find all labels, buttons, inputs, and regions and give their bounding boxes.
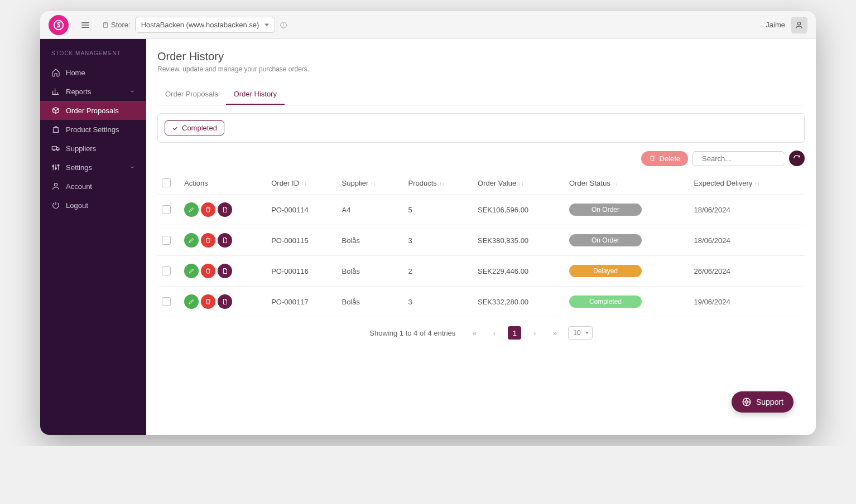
row-checkbox[interactable] [162, 266, 171, 275]
sort-icon: ↑↓ [439, 181, 445, 187]
cell-supplier: Bolås [338, 256, 404, 287]
page-last-button[interactable]: » [548, 326, 561, 340]
store-label: Store: [102, 21, 131, 29]
column-header[interactable]: Expected Delivery↑↓ [690, 172, 805, 195]
user-icon [51, 182, 60, 191]
box-icon [51, 106, 60, 115]
cell-order-id: PO-000115 [267, 225, 337, 256]
delete-row-button[interactable] [201, 233, 215, 248]
column-header[interactable]: Supplier↑↓ [338, 172, 404, 195]
cell-products: 2 [404, 256, 474, 287]
status-badge: Completed [569, 295, 642, 308]
column-header[interactable]: Order ID↑↓ [267, 172, 337, 195]
topbar: Store: HostaBacken (www.hostabacken.se) … [40, 11, 816, 39]
cell-supplier: A4 [338, 195, 404, 225]
sidebar-item-reports[interactable]: Reports [40, 82, 146, 101]
row-checkbox[interactable] [162, 205, 171, 214]
sidebar-item-logout[interactable]: Logout [40, 196, 146, 215]
sidebar-item-label: Order Proposals [66, 106, 119, 115]
sort-icon: ↑↓ [371, 181, 376, 187]
sidebar-item-settings[interactable]: Settings [40, 158, 146, 177]
menu-toggle-button[interactable] [80, 20, 91, 31]
select-all-checkbox[interactable] [162, 178, 171, 187]
user-name: Jaime [766, 21, 785, 29]
status-badge: Delayed [569, 265, 642, 277]
cell-order-id: PO-000116 [267, 256, 337, 287]
table-row: PO-000114A45SEK106,596.00On Order18/06/2… [157, 195, 805, 225]
sidebar-item-order-proposals[interactable]: Order Proposals [40, 101, 146, 120]
sidebar-item-label: Home [66, 69, 85, 77]
cell-value: SEK229,446.00 [473, 256, 565, 287]
row-checkbox[interactable] [162, 297, 171, 306]
sidebar-item-label: Product Settings [66, 125, 119, 134]
edit-button[interactable] [184, 264, 199, 278]
filter-bar: Completed [157, 113, 805, 143]
sliders-icon [51, 163, 60, 172]
delete-row-button[interactable] [201, 202, 215, 217]
svg-point-18 [57, 149, 58, 151]
svg-point-23 [55, 168, 57, 169]
delete-button[interactable]: Delete [641, 151, 688, 166]
search-box[interactable] [693, 151, 785, 166]
page-first-button[interactable]: « [468, 326, 481, 340]
cell-value: SEK332,280.00 [473, 287, 565, 317]
bag-icon [51, 125, 60, 134]
cell-delivery: 19/06/2024 [690, 287, 805, 317]
filter-chip-completed[interactable]: Completed [165, 120, 224, 135]
tab-order-proposals[interactable]: Order Proposals [157, 84, 226, 105]
orders-table: ActionsOrder ID↑↓Supplier↑↓Products↑↓Ord… [157, 172, 805, 317]
sidebar-item-label: Suppliers [66, 144, 96, 153]
cell-delivery: 18/06/2024 [690, 225, 805, 256]
sort-icon: ↑↓ [754, 181, 760, 187]
column-header[interactable]: Order Value↑↓ [473, 172, 565, 195]
column-header[interactable]: Products↑↓ [404, 172, 474, 195]
support-button[interactable]: Support [732, 391, 794, 413]
document-button[interactable] [218, 294, 232, 309]
search-input[interactable] [702, 154, 796, 163]
cell-products: 3 [404, 225, 474, 256]
sidebar-item-label: Settings [66, 163, 92, 172]
sidebar-item-label: Reports [66, 88, 92, 96]
cell-products: 5 [404, 195, 474, 225]
store-info-icon[interactable] [280, 21, 287, 29]
sidebar-item-product-settings[interactable]: Product Settings [40, 120, 146, 139]
document-button[interactable] [218, 233, 232, 248]
edit-button[interactable] [184, 294, 199, 309]
pagination: Showing 1 to 4 of 4 entries « ‹ 1 › » 10 [157, 317, 805, 348]
chevron-down-icon [129, 164, 135, 170]
svg-point-24 [57, 164, 59, 166]
cell-order-id: PO-000117 [267, 287, 337, 317]
tab-order-history[interactable]: Order History [226, 84, 285, 105]
page-size-select[interactable]: 10 [568, 326, 592, 340]
sidebar-item-account[interactable]: Account [40, 177, 146, 196]
edit-button[interactable] [184, 233, 199, 248]
store-select[interactable]: HostaBacken (www.hostabacken.se) [135, 17, 276, 33]
sort-icon: ↑↓ [518, 181, 524, 187]
page-number-button[interactable]: 1 [508, 326, 521, 340]
svg-point-22 [52, 166, 54, 167]
sidebar-item-home[interactable]: Home [40, 63, 146, 82]
sidebar-item-suppliers[interactable]: Suppliers [40, 139, 146, 158]
refresh-button[interactable] [789, 151, 805, 166]
cell-value: SEK380,835.00 [473, 225, 565, 256]
user-menu[interactable]: Jaime [766, 17, 807, 33]
document-button[interactable] [218, 264, 232, 278]
document-button[interactable] [218, 202, 232, 217]
delete-row-button[interactable] [201, 294, 215, 309]
page-prev-button[interactable]: ‹ [488, 326, 501, 340]
svg-point-0 [54, 20, 64, 30]
home-icon [51, 68, 60, 77]
svg-point-9 [283, 23, 284, 24]
page-title: Order History [157, 50, 805, 63]
column-header[interactable]: Order Status↑↓ [565, 172, 690, 195]
user-avatar-icon [791, 17, 807, 33]
truck-icon [51, 144, 60, 153]
edit-button[interactable] [184, 202, 199, 217]
status-badge: On Order [569, 203, 642, 216]
delete-row-button[interactable] [201, 264, 215, 278]
table-row: PO-000117Bolås3SEK332,280.00Completed19/… [157, 287, 805, 317]
page-next-button[interactable]: › [528, 326, 541, 340]
row-checkbox[interactable] [162, 236, 171, 245]
svg-rect-16 [52, 147, 56, 150]
cell-delivery: 18/06/2024 [690, 195, 805, 225]
